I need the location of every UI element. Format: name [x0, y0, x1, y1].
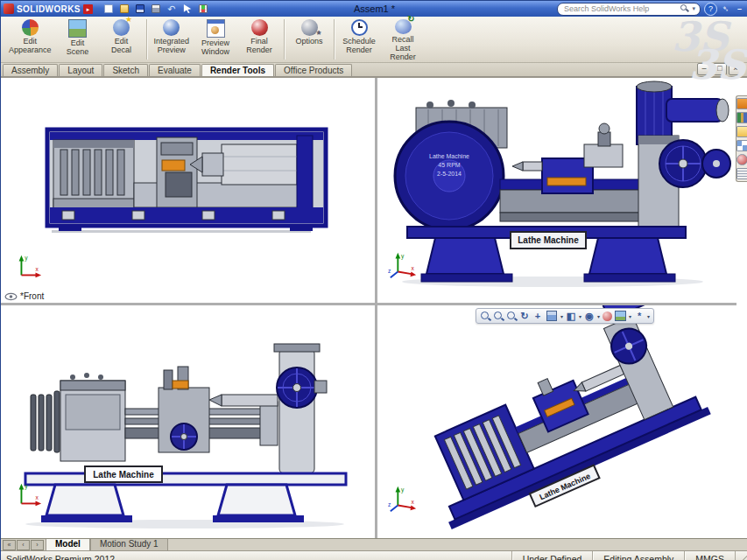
zoom-in-out-icon[interactable] — [505, 311, 518, 322]
zoom-area-icon[interactable] — [492, 311, 504, 322]
tab-sketch[interactable]: Sketch — [103, 64, 148, 76]
custom-properties-icon[interactable] — [736, 168, 747, 179]
ribbon-button-label: Schedule Render — [342, 37, 376, 54]
viewport-isometric[interactable]: Lathe Machine ↻+▾◧▾◉▾▾*▾ y x z — [377, 305, 736, 538]
dropdown-caret-icon[interactable]: ▾ — [629, 313, 631, 319]
model-tab-bar: ModelMotion Study 1 — [1, 538, 747, 550]
solidworks-menu-arrow-icon[interactable]: ▸ — [83, 4, 93, 14]
titlebar-right-area: ▾ — [557, 3, 745, 16]
tab-render-tools[interactable]: Render Tools — [201, 64, 274, 76]
vertical-splitter[interactable] — [375, 78, 377, 538]
search-input[interactable] — [562, 4, 678, 14]
view-palette-icon[interactable] — [736, 140, 747, 151]
apply-scene-icon[interactable] — [615, 311, 626, 321]
dropdown-caret-icon[interactable]: ▾ — [579, 313, 581, 319]
solidworks-window: SOLIDWORKS ▸ Assem1 * ▾ Edit AppearanceE… — [0, 0, 747, 560]
help-search-box[interactable]: ▾ — [557, 3, 701, 16]
model-tab-motion-study-1[interactable]: Motion Study 1 — [90, 539, 168, 550]
scroll-first-icon[interactable] — [3, 540, 16, 550]
status-bar: SolidWorks Premium 2012 Under DefinedEdi… — [1, 550, 747, 560]
ribbon-button-label: Edit Decal — [111, 37, 131, 54]
lathe-front-view-drawing — [1, 78, 375, 303]
view-orientation-label: *Front — [4, 291, 44, 301]
minimize-icon[interactable] — [734, 4, 745, 15]
status-under-defined: Under Defined — [511, 551, 593, 560]
ribbon-buttons: Edit AppearanceEdit SceneEdit DecalInteg… — [1, 17, 747, 62]
help-icon[interactable] — [704, 3, 717, 16]
dropdown-caret-icon[interactable]: ▾ — [647, 313, 650, 319]
pan-icon[interactable]: + — [532, 311, 544, 322]
scroll-right-icon[interactable] — [31, 540, 44, 550]
design-library-icon[interactable] — [736, 112, 747, 123]
tab-assembly[interactable]: Assembly — [3, 64, 58, 76]
orientation-triad-icon: y x — [13, 480, 43, 510]
orientation-triad-icon: y x — [13, 252, 43, 282]
ribbon-button-label: Edit Appearance — [9, 37, 52, 54]
open-icon[interactable] — [117, 3, 131, 15]
window-controls — [697, 63, 743, 75]
ribbon-button-options[interactable]: Options — [287, 17, 331, 62]
zoom-fit-icon[interactable] — [479, 311, 491, 322]
svg-text:z: z — [388, 501, 391, 508]
ribbon-button-edit-appearance[interactable]: Edit Appearance — [4, 17, 56, 62]
task-pane-strip — [736, 95, 747, 182]
model-tab-model[interactable]: Model — [46, 539, 90, 550]
dropdown-caret-icon[interactable]: ▾ — [597, 313, 600, 319]
ribbon-button-schedule-render[interactable]: Schedule Render — [337, 17, 381, 62]
close-window-icon[interactable] — [729, 63, 743, 75]
restore-window-icon[interactable] — [713, 63, 727, 75]
tab-evaluate[interactable]: Evaluate — [149, 64, 201, 76]
tab-office-products[interactable]: Office Products — [275, 64, 352, 76]
solidworks-logo-icon — [4, 4, 14, 14]
ribbon-button-edit-decal[interactable]: Edit Decal — [100, 17, 144, 62]
svg-text:y: y — [25, 483, 28, 490]
svg-text:45 RPM: 45 RPM — [438, 162, 460, 168]
edit-appearance-icon[interactable] — [603, 312, 612, 321]
viewport-front[interactable]: y x *Front — [1, 78, 375, 303]
ribbon-button-preview-window[interactable]: Preview Window — [194, 17, 237, 62]
view-settings-icon[interactable]: * — [633, 311, 645, 322]
pin-icon[interactable] — [720, 4, 731, 15]
orientation-triad-icon: y x z — [388, 484, 418, 514]
svg-text:z: z — [388, 268, 391, 274]
appearances-scenes-icon[interactable] — [736, 154, 747, 165]
tab-layout[interactable]: Layout — [59, 64, 102, 76]
dropdown-caret-icon[interactable]: ▾ — [560, 313, 563, 319]
new-document-icon[interactable] — [102, 3, 116, 15]
search-options-caret-icon[interactable]: ▾ — [692, 5, 695, 12]
file-explorer-icon[interactable] — [736, 126, 747, 137]
ribbon-button-integrated-preview[interactable]: Integrated Preview — [150, 17, 194, 62]
ribbon-button-label: Preview Window — [201, 38, 229, 56]
ribbon-button-label: Final Render — [246, 37, 272, 54]
display-style-icon[interactable]: ◧ — [565, 311, 577, 322]
viewport-perspective[interactable]: Lathe Machine 45 RPM 2-5-2014 — [377, 78, 736, 303]
edit-appearance-icon — [22, 19, 39, 36]
select-cursor-icon[interactable] — [180, 3, 194, 15]
horizontal-splitter[interactable] — [1, 303, 736, 305]
ribbon-button-final-render[interactable]: Final Render — [237, 17, 281, 62]
rotate-view-icon[interactable]: ↻ — [518, 311, 531, 322]
edit-decal-icon — [113, 19, 130, 36]
undo-icon[interactable] — [165, 3, 179, 15]
svg-text:y: y — [401, 486, 405, 494]
print-icon[interactable] — [149, 3, 163, 15]
status-app-version: SolidWorks Premium 2012 — [1, 554, 115, 560]
rebuild-icon[interactable] — [196, 3, 210, 15]
ribbon-button-edit-scene[interactable]: Edit Scene — [56, 17, 100, 62]
save-icon[interactable] — [133, 3, 147, 15]
scroll-left-icon[interactable] — [17, 540, 30, 550]
search-icon[interactable] — [680, 4, 689, 13]
minimize-window-icon[interactable] — [697, 63, 711, 75]
status-editing-assembly: Editing Assembly — [592, 551, 684, 560]
titlebar-icons — [704, 3, 745, 16]
preview-window-icon — [207, 19, 225, 38]
hide-show-items-icon[interactable]: ◉ — [583, 311, 595, 322]
tab-scroll-buttons — [3, 540, 44, 550]
viewport-side[interactable]: Lathe Machine y x — [1, 305, 375, 538]
solidworks-resources-icon[interactable] — [736, 98, 747, 109]
graphics-area[interactable]: y x *Front — [1, 77, 747, 538]
view-orientation-icon[interactable] — [546, 311, 557, 321]
ribbon-button-recall-last-render[interactable]: Recall Last Render — [381, 17, 425, 62]
standard-toolbar — [102, 3, 210, 15]
resize-grip[interactable] — [735, 551, 747, 560]
